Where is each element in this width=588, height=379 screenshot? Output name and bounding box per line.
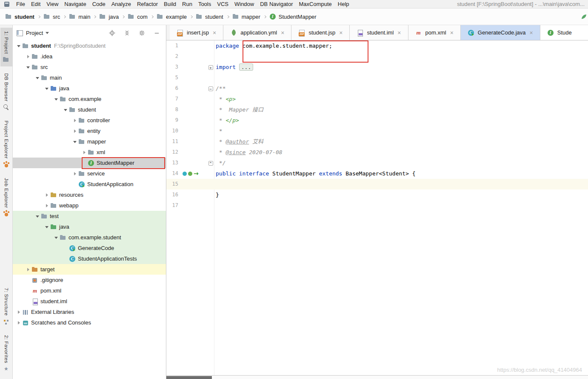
menu-view[interactable]: View bbox=[43, 1, 61, 7]
tree-row-pom-xml[interactable]: mpom.xml bbox=[13, 285, 166, 296]
close-icon[interactable]: × bbox=[397, 30, 401, 36]
editor-content[interactable]: 1package com.example.student.mapper;23+i… bbox=[166, 40, 588, 379]
tree-row-idea[interactable]: .idea bbox=[13, 51, 166, 62]
chevron-collapsed-icon[interactable] bbox=[15, 317, 22, 328]
project-panel-title[interactable]: Project bbox=[26, 30, 43, 36]
chevron-collapsed-icon[interactable] bbox=[25, 51, 31, 62]
breadcrumb-example[interactable]: example bbox=[157, 13, 187, 20]
tab-student-iml[interactable]: student.iml× bbox=[350, 25, 408, 40]
mybatis-mapper-icon[interactable] bbox=[183, 172, 187, 176]
chevron-collapsed-icon[interactable] bbox=[81, 147, 88, 158]
code-line-1[interactable]: 1package com.example.student.mapper; bbox=[166, 40, 588, 51]
breadcrumb-mapper[interactable]: mapper bbox=[232, 13, 260, 20]
horizontal-scrollbar[interactable] bbox=[166, 375, 588, 379]
tool-button-2-favorites[interactable]: 2: Favorites bbox=[0, 332, 12, 376]
code-line-9[interactable]: 9 * </p> bbox=[166, 115, 588, 126]
menu-window[interactable]: Window bbox=[231, 1, 257, 7]
menu-maxcompute[interactable]: MaxCompute bbox=[296, 1, 335, 7]
tree-row-gitignore[interactable]: .gitignore bbox=[13, 275, 166, 285]
chevron-expanded-icon[interactable] bbox=[43, 221, 50, 232]
tree-row-mapper[interactable]: mapper bbox=[13, 136, 166, 147]
breadcrumb-main[interactable]: main bbox=[69, 13, 90, 20]
code-line-11[interactable]: 11 * @author 艾科 bbox=[166, 136, 588, 147]
menu-db-navigator[interactable]: DB Navigator bbox=[257, 1, 296, 7]
chevron-collapsed-icon[interactable] bbox=[43, 200, 50, 211]
chevron-expanded-icon[interactable] bbox=[34, 211, 41, 221]
tree-row-studentapplication[interactable]: CStudentApplication bbox=[13, 179, 166, 190]
code-line-14[interactable]: 14→public interface StudentMapper extend… bbox=[166, 168, 588, 179]
close-icon[interactable]: × bbox=[213, 30, 216, 36]
breadcrumb-studentmapper[interactable]: IStudentMapper bbox=[269, 13, 317, 20]
code-line-13[interactable]: 13^ */ bbox=[166, 158, 588, 168]
tree-row-controller[interactable]: controller bbox=[13, 115, 166, 126]
code-line-12[interactable]: 12 * @since 2020-07-08 bbox=[166, 147, 588, 158]
tab-application-yml[interactable]: application.yml× bbox=[223, 25, 291, 40]
menu-tools[interactable]: Tools bbox=[195, 1, 214, 7]
chevron-expanded-icon[interactable] bbox=[34, 72, 41, 83]
fold-end-icon[interactable]: ^ bbox=[207, 160, 214, 166]
code-line-8[interactable]: 8 * Mapper 接口 bbox=[166, 104, 588, 115]
menu-refactor[interactable]: Refactor bbox=[134, 1, 161, 7]
menu-run[interactable]: Run bbox=[179, 1, 195, 7]
collapse-all-icon[interactable] bbox=[122, 28, 132, 37]
tool-button-1-project[interactable]: 1: Project bbox=[0, 28, 12, 66]
chevron-collapsed-icon[interactable] bbox=[71, 115, 78, 126]
close-icon[interactable]: × bbox=[339, 30, 343, 36]
chevron-expanded-icon[interactable] bbox=[62, 104, 69, 115]
tree-row-external-libraries[interactable]: External Libraries bbox=[13, 307, 166, 317]
locate-icon[interactable] bbox=[107, 28, 117, 37]
tree-row-test[interactable]: test bbox=[13, 211, 166, 221]
code-line-7[interactable]: 7 * <p> bbox=[166, 94, 588, 104]
menu-analyze[interactable]: Analyze bbox=[108, 1, 134, 7]
tree-row-target[interactable]: target bbox=[13, 264, 166, 275]
tab-student-jsp[interactable]: JSPstudent.jsp× bbox=[291, 25, 350, 40]
chevron-expanded-icon[interactable] bbox=[43, 83, 50, 94]
chevron-expanded-icon[interactable] bbox=[53, 94, 60, 104]
breadcrumb-src[interactable]: src bbox=[43, 13, 60, 20]
menu-vcs[interactable]: VCS bbox=[214, 1, 231, 7]
menu-help[interactable]: Help bbox=[335, 1, 352, 7]
code-line-16[interactable]: 16} bbox=[166, 190, 588, 200]
close-icon[interactable]: × bbox=[281, 30, 284, 36]
chevron-expanded-icon[interactable] bbox=[15, 40, 22, 51]
close-icon[interactable]: × bbox=[530, 30, 533, 36]
tree-row-service[interactable]: service bbox=[13, 168, 166, 179]
tab-pom-xml[interactable]: mpom.xml× bbox=[408, 25, 461, 40]
tree-row-entity[interactable]: entity bbox=[13, 126, 166, 136]
tree-row-java[interactable]: java bbox=[13, 83, 166, 94]
code-line-3[interactable]: 3+import ... bbox=[166, 62, 588, 72]
menu-edit[interactable]: Edit bbox=[28, 1, 43, 7]
chevron-collapsed-icon[interactable] bbox=[71, 126, 78, 136]
chevron-down-icon[interactable] bbox=[46, 32, 49, 36]
tab-generatecode-java[interactable]: CGenerateCode.java× bbox=[461, 25, 540, 40]
fold-plus-icon[interactable]: + bbox=[207, 64, 214, 70]
tree-row-resources[interactable]: resources bbox=[13, 190, 166, 200]
tree-row-xml[interactable]: xml bbox=[13, 147, 166, 158]
menu-file[interactable]: File bbox=[13, 1, 28, 7]
tree-row-webapp[interactable]: webapp bbox=[13, 200, 166, 211]
code-line-15[interactable]: 15 bbox=[166, 179, 588, 190]
tree-row-com-example-student[interactable]: com.example.student bbox=[13, 232, 166, 243]
code-lines[interactable]: 1package com.example.student.mapper;23+i… bbox=[166, 40, 588, 375]
breadcrumb-java[interactable]: java bbox=[99, 13, 119, 20]
code-line-6[interactable]: 6−/** bbox=[166, 83, 588, 94]
settings-icon[interactable] bbox=[137, 28, 147, 37]
code-line-10[interactable]: 10 * bbox=[166, 126, 588, 136]
scrollbar-thumb[interactable] bbox=[166, 376, 212, 379]
menu-navigate[interactable]: Navigate bbox=[61, 1, 89, 7]
breadcrumb-student[interactable]: student bbox=[196, 13, 223, 20]
chevron-collapsed-icon[interactable] bbox=[15, 307, 22, 317]
code-line-17[interactable]: 17 bbox=[166, 200, 588, 211]
tree-row-com-example[interactable]: com.example bbox=[13, 94, 166, 104]
tab-insert-jsp[interactable]: JSPinsert.jsp× bbox=[170, 25, 223, 40]
tree-row-java[interactable]: java bbox=[13, 221, 166, 232]
tool-button-job-explorer[interactable]: Job Explorer bbox=[0, 175, 12, 221]
chevron-collapsed-icon[interactable] bbox=[43, 190, 50, 200]
tree-row-scratches-and-consoles[interactable]: Scratches and Consoles bbox=[13, 317, 166, 328]
tool-button-db-browser[interactable]: DB Browser bbox=[0, 70, 12, 114]
menu-build[interactable]: Build bbox=[161, 1, 179, 7]
code-line-5[interactable]: 5 bbox=[166, 72, 588, 83]
fold-minus-icon[interactable]: − bbox=[207, 85, 214, 92]
tree-row-studentmapper[interactable]: IStudentMapper bbox=[13, 158, 166, 168]
tree-row-student[interactable]: studentF:\SpringBoot\student bbox=[13, 40, 166, 51]
